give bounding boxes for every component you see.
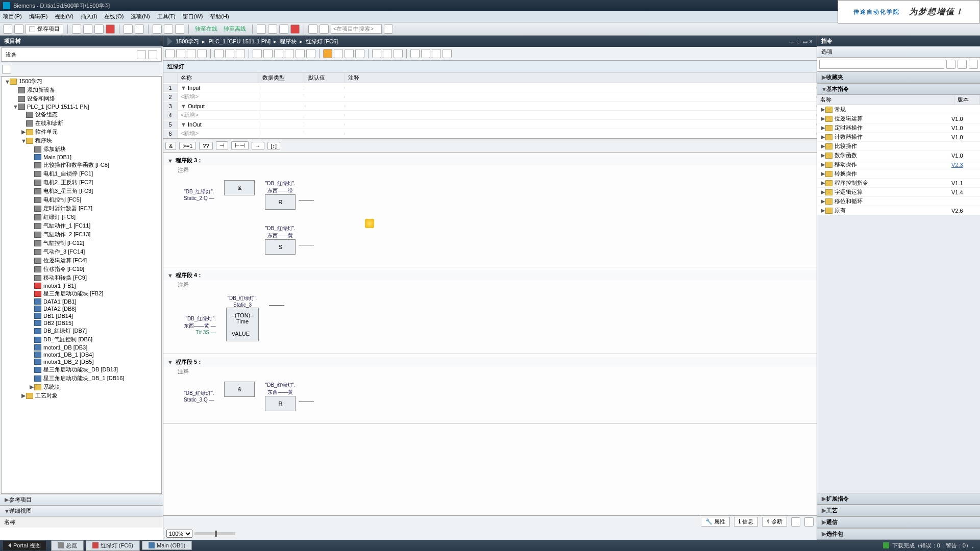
technology-header[interactable]: ▶工艺 — [817, 505, 980, 516]
tree-row[interactable]: DB_红绿灯 [DB7] — [2, 327, 161, 335]
zoom-control[interactable]: 100% — [166, 530, 235, 538]
op-c[interactable]: ⊣ — [216, 141, 228, 150]
cut-button[interactable] — [72, 24, 81, 34]
editor-float[interactable]: ▭ — [802, 38, 807, 45]
var-row[interactable]: 4 <新增> — [163, 111, 817, 120]
var-row[interactable]: 1▼ Input — [163, 83, 817, 92]
instruction-row[interactable]: ▶数学函数V1.0 — [817, 151, 980, 160]
redo-button[interactable] — [135, 24, 144, 34]
tree-row[interactable]: 设备和网络 — [2, 94, 161, 103]
tree-row[interactable]: DATA1 [DB1] — [2, 298, 161, 305]
tree-row[interactable]: 气动作_3 [FC14] — [2, 247, 161, 256]
instruction-row[interactable]: ▶位逻辑运算V1.0 — [817, 114, 980, 123]
op-or[interactable]: >=1 — [179, 142, 196, 150]
instruction-row[interactable]: ▶字逻辑运算V1.4 — [817, 188, 980, 197]
op-and[interactable]: & — [165, 142, 176, 150]
menu-window[interactable]: 窗口(W) — [183, 13, 203, 20]
tree-row[interactable]: 比较操作和数学函数 [FC8] — [2, 161, 161, 169]
et-20[interactable] — [410, 49, 420, 58]
diagnostics-button[interactable]: ⚕诊断 — [762, 517, 787, 527]
var-row[interactable]: 6 <新增> — [163, 129, 817, 138]
menu-insert[interactable]: 插入(I) — [81, 13, 97, 20]
tree-tb-a[interactable] — [2, 65, 11, 74]
tree-row[interactable]: 添加新块 — [2, 145, 161, 154]
tb-e[interactable] — [320, 24, 329, 34]
and-box-5[interactable]: & — [224, 382, 255, 397]
networks-area[interactable]: ▼程序段 3： 注释 "DB_红绿灯". Static_2.Q — & "DB_… — [163, 153, 817, 515]
tree-row[interactable]: 位逻辑运算 [FC4] — [2, 256, 161, 265]
tree-row[interactable]: motor1 [FB1] — [2, 282, 161, 289]
tree-row[interactable]: 电机2_正反转 [FC2] — [2, 178, 161, 187]
communication-header[interactable]: ▶通信 — [817, 516, 980, 528]
tree-row[interactable]: ▶工艺对象 — [2, 391, 161, 400]
project-tree[interactable]: ▼1500学习添加新设备设备和网络▼PLC_1 [CPU 1511-1 PN]设… — [1, 77, 162, 494]
paste-button[interactable] — [94, 24, 104, 34]
et-14[interactable] — [334, 49, 343, 58]
tree-row[interactable]: DB2 [DB15] — [2, 319, 161, 327]
instruction-row[interactable]: ▶计数器操作V1.0 — [817, 133, 980, 142]
go-online-button[interactable]: 转至在线 — [193, 25, 219, 33]
var-row[interactable]: 5▼ InOut — [163, 120, 817, 129]
go-offline-button[interactable]: 转至离线 — [222, 25, 248, 33]
et-22[interactable] — [432, 49, 441, 58]
op-f[interactable]: [↕] — [267, 142, 281, 150]
tree-row[interactable]: DB_气缸控制 [DB6] — [2, 335, 161, 344]
editor-close[interactable]: × — [810, 38, 813, 45]
interface-table[interactable]: 名称 数据类型 默认值 注释 1▼ Input2 <新增>3▼ Output4 … — [163, 73, 817, 139]
network-4[interactable]: ▼程序段 4： 注释 "DB_红绿灯". 东西——黄 — T# 3S — "DB… — [163, 267, 817, 354]
tree-row[interactable]: motor1_DB_2 [DB5] — [2, 358, 161, 365]
tree-row[interactable]: 定时器计数器 [FC7] — [2, 204, 161, 213]
menu-edit[interactable]: 编辑(E) — [29, 13, 48, 20]
menu-project[interactable]: 项目(P) — [3, 13, 22, 20]
ton-box[interactable]: –(TON)– Time VALUE — [226, 308, 259, 341]
tree-row[interactable]: 星三角启动功能块_DB [DB13] — [2, 365, 161, 374]
delete-button[interactable] — [106, 24, 115, 34]
menu-tools[interactable]: 工具(T) — [157, 13, 176, 20]
et-19[interactable] — [394, 49, 403, 58]
instruction-row[interactable]: ▶程序控制指令V1.1 — [817, 179, 980, 188]
tb-c[interactable] — [279, 24, 288, 34]
opt-b[interactable] — [958, 60, 967, 69]
et-3[interactable] — [198, 49, 207, 58]
tb-b[interactable] — [268, 24, 277, 34]
network-5[interactable]: ▼程序段 5： 注释 "DB_红绿灯". Static_3.Q — & "DB_… — [163, 354, 817, 424]
et-17[interactable] — [372, 49, 381, 58]
tree-row[interactable]: DATA2 [DB8] — [2, 305, 161, 312]
tb-d[interactable] — [308, 24, 317, 34]
network-3[interactable]: ▼程序段 3： 注释 "DB_红绿灯". Static_2.Q — & "DB_… — [163, 153, 817, 267]
tab-overview[interactable]: 总览 — [51, 540, 84, 551]
footer-b[interactable] — [804, 517, 814, 527]
extended-instr-header[interactable]: ▶扩展指令 — [817, 493, 980, 505]
et-4[interactable] — [214, 49, 224, 58]
compile-button[interactable] — [153, 24, 162, 34]
tree-row[interactable]: Main [OB1] — [2, 154, 161, 161]
tree-row[interactable]: ▼PLC_1 [CPU 1511-1 PN] — [2, 103, 161, 110]
options-pkg-header[interactable]: ▶选件包 — [817, 528, 980, 540]
device-view-b[interactable] — [148, 50, 157, 59]
tree-row[interactable]: 设备组态 — [2, 110, 161, 119]
et-7[interactable] — [253, 49, 262, 58]
open-button[interactable] — [14, 24, 23, 34]
reference-project-bar[interactable]: ▶参考项目 — [0, 494, 163, 505]
op-d[interactable]: ⊢⊣ — [231, 141, 249, 150]
new-button[interactable] — [3, 24, 12, 34]
tree-row[interactable]: 红绿灯 [FC6] — [2, 213, 161, 221]
tree-row[interactable]: 气缸控制 [FC12] — [2, 239, 161, 247]
tb-a[interactable] — [257, 24, 266, 34]
tree-row[interactable]: motor1_DB_1 [DB4] — [2, 351, 161, 358]
tree-row[interactable]: 添加新设备 — [2, 86, 161, 94]
instruction-row[interactable]: ▶原有V2.6 — [817, 206, 980, 215]
tree-row[interactable]: 气缸动作_1 [FC11] — [2, 221, 161, 230]
tree-row[interactable]: 电机1_自锁停 [FC1] — [2, 169, 161, 178]
tree-row[interactable]: 星三角启动功能块 [FB2] — [2, 289, 161, 298]
info-button[interactable]: ℹ信息 — [734, 517, 758, 527]
tree-row[interactable]: ▶软件单元 — [2, 128, 161, 136]
op-box[interactable]: ?? — [199, 142, 212, 150]
menu-options[interactable]: 选项(N) — [131, 13, 150, 20]
properties-button[interactable]: 🔧属性 — [701, 517, 730, 527]
et-18[interactable] — [383, 49, 392, 58]
detail-view-bar[interactable]: ▼详细视图 — [0, 505, 163, 516]
instruction-row[interactable]: ▶定时器操作V1.0 — [817, 123, 980, 133]
et-23[interactable] — [443, 49, 452, 58]
op-e[interactable]: → — [252, 142, 264, 150]
